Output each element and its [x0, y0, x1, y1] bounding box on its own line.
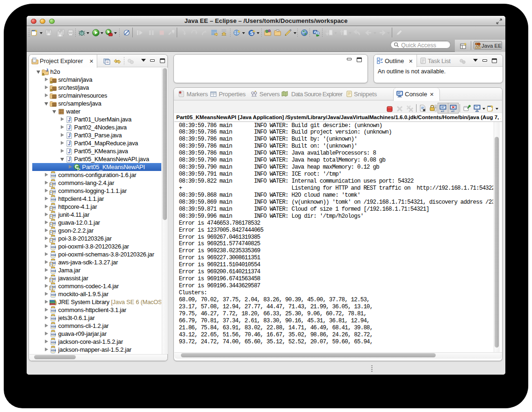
svg-text:J: J: [68, 125, 71, 130]
svg-text:J: J: [68, 117, 71, 122]
svg-text:010: 010: [51, 174, 57, 177]
svg-text:010: 010: [51, 333, 57, 335]
svg-text:J: J: [68, 141, 71, 146]
svg-text:J: J: [46, 68, 48, 72]
svg-text:010: 010: [51, 293, 57, 296]
svg-text:10: 10: [52, 229, 56, 232]
svg-text:010: 010: [51, 348, 57, 351]
svg-text:010: 010: [51, 341, 57, 343]
svg-text:010: 010: [51, 245, 57, 248]
svg-text:10: 10: [52, 277, 56, 280]
svg-text:J: J: [68, 157, 71, 162]
svg-text:10: 10: [52, 182, 56, 185]
svg-text:010: 010: [51, 198, 57, 200]
svg-text:10: 10: [52, 237, 56, 240]
svg-text:10: 10: [52, 206, 56, 208]
svg-text:10: 10: [52, 261, 56, 264]
svg-text:010: 010: [51, 253, 57, 256]
svg-text:J: J: [68, 149, 71, 154]
svg-text:10: 10: [52, 221, 56, 224]
svg-text:010: 010: [51, 269, 57, 272]
svg-text:010: 010: [51, 317, 57, 320]
svg-text:J: J: [68, 133, 71, 138]
svg-text:10: 10: [52, 190, 56, 192]
svg-text:010: 010: [51, 309, 57, 312]
svg-text:010: 010: [51, 325, 57, 327]
svg-text:10: 10: [52, 213, 56, 216]
svg-text:10: 10: [52, 285, 56, 288]
